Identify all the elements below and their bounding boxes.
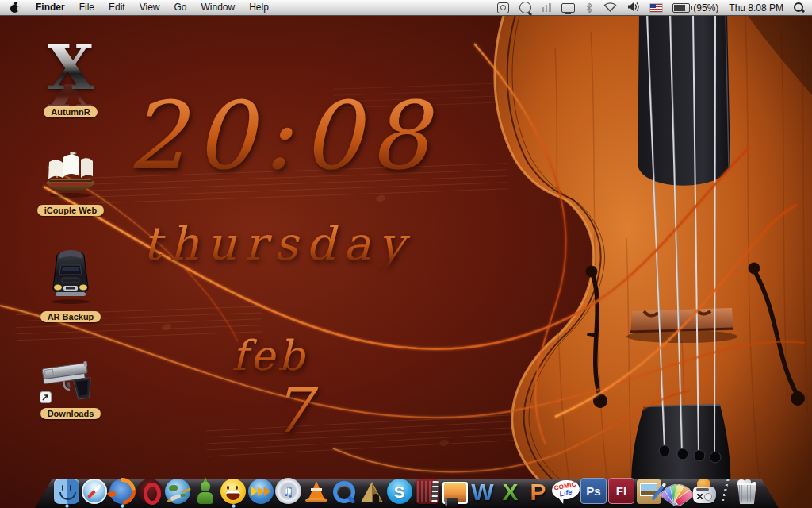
battery-percent: (95%) <box>693 2 718 13</box>
dock-toast[interactable] <box>691 474 718 504</box>
menu-bar: Finder File Edit View Go Window Help <box>0 0 812 16</box>
desktop-icon-downloads[interactable]: Downloads <box>27 356 114 419</box>
dock-color-swatches[interactable] <box>663 474 691 504</box>
dock: ♫ S W X P COMIC Life Ps Fl <box>0 467 812 508</box>
icon-label: AR Backup <box>40 311 102 322</box>
dock-vlc[interactable] <box>302 474 330 504</box>
dock-pyramid-app[interactable] <box>358 474 385 504</box>
quicksilver-icon[interactable] <box>519 2 531 13</box>
menu-go[interactable]: Go <box>174 0 187 15</box>
volume-icon[interactable] <box>627 2 640 14</box>
us-flag-icon[interactable] <box>650 4 662 12</box>
excel-x-glyph: X <box>502 480 518 504</box>
dock-speed-download[interactable] <box>247 474 274 504</box>
menu-view[interactable]: View <box>140 0 160 15</box>
menu-window[interactable]: Window <box>201 0 236 15</box>
dock-skype[interactable]: S <box>385 474 413 504</box>
desktop-screen: 20:08 thursday feb 7 X X AutumnR <box>0 0 812 508</box>
displays-icon[interactable] <box>561 3 575 13</box>
apple-menu-icon[interactable] <box>10 2 20 13</box>
galleon-ship-icon <box>41 149 100 202</box>
music-note-glyph: ♫ <box>282 483 294 499</box>
dock-trash[interactable] <box>731 474 763 504</box>
airport-icon[interactable] <box>603 2 617 14</box>
dock-separator <box>718 477 731 504</box>
flash-fl-glyph: Fl <box>616 484 626 498</box>
dock-itunes[interactable]: ♫ <box>274 474 302 504</box>
dock-green-buddy[interactable] <box>191 474 219 504</box>
icon-label: iCouple Web <box>37 205 104 216</box>
x-glyph-reflection: X <box>48 84 94 111</box>
menubar-clock[interactable]: Thu 8:08 PM <box>729 2 783 13</box>
desktop-icon-icouple-web[interactable]: iCouple Web <box>27 149 114 216</box>
menu-edit[interactable]: Edit <box>109 0 125 15</box>
alias-arrow-badge <box>40 391 52 403</box>
dock-firefox[interactable] <box>108 474 136 504</box>
pistol-alias-icon <box>40 356 102 405</box>
black-car-icon <box>46 248 95 308</box>
dock-web-globe[interactable] <box>163 474 191 504</box>
icon-label: Downloads <box>40 408 102 419</box>
desktop-icon-ar-backup[interactable]: AR Backup <box>27 248 114 322</box>
spotlight-icon[interactable] <box>794 2 804 13</box>
dock-quicktime[interactable] <box>330 474 358 504</box>
app-window-icon[interactable] <box>497 2 509 13</box>
dock-word[interactable]: W <box>469 474 496 504</box>
menu-help[interactable]: Help <box>249 0 269 15</box>
dock-powerpoint[interactable]: P <box>524 474 552 504</box>
battery-icon <box>672 3 690 13</box>
powerpoint-p-glyph: P <box>530 480 546 504</box>
dock-finder[interactable] <box>52 474 80 504</box>
menu-file[interactable]: File <box>79 0 94 15</box>
dock-photoshop[interactable]: Ps <box>580 474 607 504</box>
dock-safari[interactable] <box>80 474 108 504</box>
menu-finder[interactable]: Finder <box>36 0 65 15</box>
dock-comic-life[interactable]: COMIC Life <box>552 474 580 504</box>
meters-icon[interactable] <box>542 3 551 12</box>
osx-letter-x-icon: X X <box>48 41 94 111</box>
dock-image-editor[interactable] <box>635 474 663 504</box>
dock-opera[interactable] <box>136 474 163 504</box>
desktop-icon-autumnr[interactable]: X X AutumnR <box>27 41 114 117</box>
bluetooth-icon[interactable] <box>585 2 593 13</box>
comic-life-subtitle: Life <box>559 488 573 498</box>
skype-s-glyph: S <box>393 483 404 500</box>
word-w-glyph: W <box>471 480 493 504</box>
dock-photo-booth[interactable] <box>413 474 441 504</box>
dock-excel[interactable]: X <box>496 474 524 504</box>
dock-flash[interactable]: Fl <box>607 474 635 504</box>
battery-status[interactable]: (95%) <box>672 2 718 13</box>
dock-iphoto[interactable] <box>441 474 469 504</box>
photoshop-ps-glyph: Ps <box>586 484 600 498</box>
violin-wallpaper <box>0 0 812 508</box>
dock-yahoo-messenger[interactable] <box>219 474 247 504</box>
